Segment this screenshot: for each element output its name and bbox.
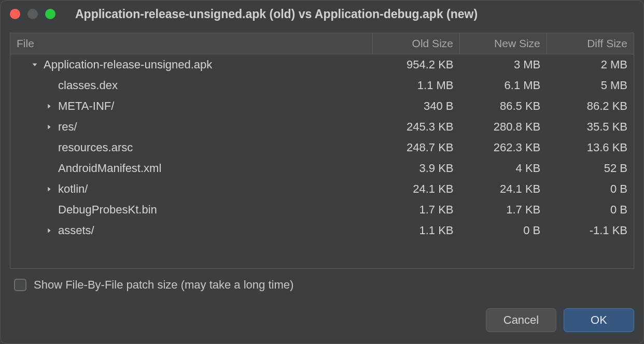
file-name: Application-release-unsigned.apk [44, 58, 212, 71]
old-size-value: 248.7 KB [373, 137, 460, 158]
file-name: DebugProbesKt.bin [58, 203, 157, 217]
table-row[interactable]: classes.dex1.1 MB6.1 MB5 MB [10, 75, 634, 96]
table-row[interactable]: res/245.3 KB280.8 KB35.5 KB [10, 117, 634, 137]
old-size-value: 1.7 KB [373, 199, 460, 220]
diff-size-value: -1.1 KB [547, 220, 634, 241]
table-row[interactable]: META-INF/340 B86.5 KB86.2 KB [10, 96, 634, 117]
file-cell: kotlin/ [10, 179, 373, 199]
diff-size-value: 5 MB [547, 75, 634, 96]
column-header-file[interactable]: File [10, 33, 373, 54]
table-row[interactable]: AndroidManifest.xml3.9 KB4 KB52 B [10, 158, 634, 179]
diff-size-value: 35.5 KB [547, 117, 634, 137]
diff-size-value: 86.2 KB [547, 96, 634, 117]
chevron-right-icon[interactable] [44, 103, 55, 110]
table-row[interactable]: kotlin/24.1 KB24.1 KB0 B [10, 179, 634, 199]
old-size-value: 3.9 KB [373, 158, 460, 179]
file-name: META-INF/ [58, 99, 114, 113]
old-size-value: 340 B [373, 96, 460, 117]
titlebar: Application-release-unsigned.apk (old) v… [1, 1, 643, 27]
old-size-value: 1.1 KB [373, 220, 460, 241]
diff-size-value: 0 B [547, 199, 634, 220]
old-size-value: 24.1 KB [373, 179, 460, 199]
file-cell: DebugProbesKt.bin [10, 199, 373, 220]
column-header-diff-size[interactable]: Diff Size [547, 33, 634, 54]
file-cell: assets/ [10, 220, 373, 241]
new-size-value: 24.1 KB [459, 179, 547, 199]
diff-size-value: 52 B [547, 158, 634, 179]
window-title: Application-release-unsigned.apk (old) v… [75, 7, 478, 21]
chevron-right-icon[interactable] [44, 227, 55, 234]
new-size-value: 1.7 KB [459, 199, 547, 220]
new-size-value: 3 MB [459, 54, 547, 76]
chevron-down-icon[interactable] [29, 61, 40, 68]
new-size-value: 86.5 KB [459, 96, 547, 117]
diff-size-value: 13.6 KB [547, 137, 634, 158]
new-size-value: 0 B [459, 220, 547, 241]
old-size-value: 1.1 MB [373, 75, 460, 96]
file-cell: META-INF/ [10, 96, 373, 117]
close-icon[interactable] [10, 9, 20, 19]
cancel-button[interactable]: Cancel [486, 308, 556, 332]
file-name: resources.arsc [58, 141, 133, 154]
file-name: res/ [58, 120, 77, 134]
old-size-value: 954.2 KB [373, 54, 460, 76]
table-row[interactable]: Application-release-unsigned.apk954.2 KB… [10, 54, 634, 76]
table-row[interactable]: assets/1.1 KB0 B-1.1 KB [10, 220, 634, 241]
file-cell: resources.arsc [10, 137, 373, 158]
new-size-value: 4 KB [459, 158, 547, 179]
new-size-value: 6.1 MB [459, 75, 547, 96]
file-cell: classes.dex [10, 75, 373, 96]
file-cell: AndroidManifest.xml [10, 158, 373, 179]
column-header-old-size[interactable]: Old Size [373, 33, 460, 54]
maximize-icon[interactable] [45, 9, 55, 19]
old-size-value: 245.3 KB [373, 117, 460, 137]
file-cell: Application-release-unsigned.apk [10, 54, 373, 76]
new-size-value: 280.8 KB [459, 117, 547, 137]
checkbox-label: Show File-By-File patch size (may take a… [34, 278, 293, 292]
window-controls [10, 9, 55, 19]
table-row[interactable]: DebugProbesKt.bin1.7 KB1.7 KB0 B [10, 199, 634, 220]
minimize-icon[interactable] [27, 9, 38, 19]
file-name: kotlin/ [58, 182, 88, 196]
table-row[interactable]: resources.arsc248.7 KB262.3 KB13.6 KB [10, 137, 634, 158]
file-name: assets/ [58, 224, 94, 237]
show-patch-size-option[interactable]: Show File-By-File patch size (may take a… [10, 269, 634, 303]
file-cell: res/ [10, 117, 373, 137]
diff-size-value: 0 B [547, 179, 634, 199]
chevron-right-icon[interactable] [44, 123, 55, 131]
new-size-value: 262.3 KB [459, 137, 547, 158]
file-name: classes.dex [58, 79, 118, 92]
diff-size-value: 2 MB [547, 54, 634, 76]
column-header-new-size[interactable]: New Size [459, 33, 547, 54]
checkbox-icon[interactable] [14, 279, 26, 291]
file-diff-table: File Old Size New Size Diff Size Applica… [10, 33, 634, 269]
chevron-right-icon[interactable] [44, 185, 55, 193]
file-name: AndroidManifest.xml [58, 162, 161, 175]
ok-button[interactable]: OK [564, 308, 634, 332]
